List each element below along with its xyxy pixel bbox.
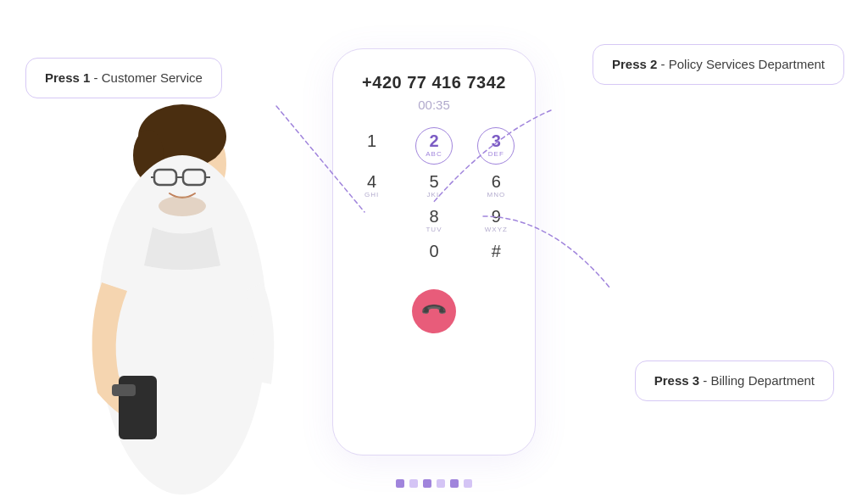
dial-key-2[interactable]: 2 ABC — [409, 127, 459, 165]
svg-rect-6 — [112, 384, 136, 396]
dialpad: 1 2 ABC 3 DEF 4 GHI — [347, 127, 521, 269]
dial-key-hash[interactable]: # — [471, 243, 521, 269]
tooltip-press2-bold: Press 2 — [612, 57, 657, 71]
bottom-dots — [396, 479, 472, 488]
dot-5 — [450, 479, 459, 488]
dial-key-3[interactable]: 3 DEF — [471, 127, 521, 165]
tooltip-press1: Press 1 - Customer Service — [25, 58, 222, 98]
person-image — [51, 62, 280, 503]
tooltip-press2: Press 2 - Policy Services Department — [593, 44, 844, 85]
tooltip-press1-bold: Press 1 — [45, 70, 90, 85]
tooltip-press3-text: Press 3 - Billing Department — [654, 373, 815, 388]
dial-key-8[interactable]: 8 TUV — [409, 208, 459, 234]
dial-key-9[interactable]: 9 WXYZ — [471, 208, 521, 234]
tooltip-press3: Press 3 - Billing Department — [635, 360, 834, 401]
dial-key-4[interactable]: 4 GHI — [347, 173, 397, 199]
dot-2 — [409, 479, 418, 488]
svg-point-12 — [159, 196, 206, 216]
dial-key-0[interactable]: 0 — [409, 243, 459, 269]
tooltip-press2-text: Press 2 - Policy Services Department — [612, 57, 825, 71]
dot-6 — [464, 479, 472, 488]
phone-mockup: +420 77 416 7342 00:35 1 2 ABC 3 DEF — [332, 48, 536, 455]
end-call-icon: 📞 — [420, 296, 449, 326]
call-timer: 00:35 — [418, 98, 450, 112]
dot-4 — [437, 479, 445, 488]
dot-3 — [423, 479, 431, 488]
phone-number: +420 77 416 7342 — [362, 73, 506, 92]
tooltip-press1-text: Press 1 - Customer Service — [45, 70, 203, 85]
end-call-button[interactable]: 📞 — [412, 289, 456, 333]
dot-1 — [396, 479, 404, 488]
tooltip-press3-bold: Press 3 — [654, 373, 699, 388]
dial-key-1[interactable]: 1 — [347, 127, 397, 165]
dial-key-6[interactable]: 6 MNO — [471, 173, 521, 199]
person-svg — [51, 62, 280, 503]
scene: Press 1 - Customer Service Press 2 - Pol… — [0, 0, 868, 503]
dial-key-5[interactable]: 5 JKL — [409, 173, 459, 199]
